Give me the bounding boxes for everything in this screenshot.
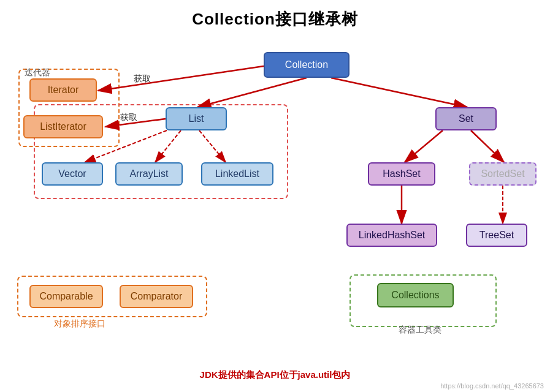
node-collection: Collection [264,52,349,78]
node-collections: Collections [377,283,454,307]
node-sortedset: SortedSet [469,162,537,186]
node-linkedlist: LinkedList [201,162,273,186]
node-listiterator: ListIterator [23,115,103,138]
svg-line-9 [98,66,264,91]
node-arraylist: ArrayList [115,162,183,186]
collections-group-label: 容器工具类 [399,325,441,336]
sort-group-label: 对象排序接口 [54,318,105,330]
node-list: List [166,107,227,130]
node-hashset: HashSet [368,162,435,186]
node-iterator: Iterator [29,78,97,102]
canvas: Collection接口继承树 迭代器 对象排序接口 容器工具类 [0,0,550,392]
svg-line-6 [471,130,504,162]
node-set: Set [435,107,497,130]
arrow-label-get2: 获取 [120,112,137,123]
svg-line-5 [405,130,443,162]
page-title: Collection接口继承树 [0,0,550,30]
svg-line-0 [197,78,307,107]
node-vector: Vector [42,162,103,186]
iterator-group-label: 迭代器 [25,67,50,78]
node-linkedhashset: LinkedHashSet [346,224,437,247]
arrow-label-get1: 获取 [134,74,151,85]
node-comparator: Comparator [120,285,193,308]
node-comparable: Comparable [29,285,103,308]
svg-line-1 [331,78,467,107]
watermark: https://blog.csdn.net/qq_43265673 [440,382,544,390]
footer-text: JDK提供的集合API位于java.util包内 [0,369,550,381]
node-treeset: TreeSet [466,224,527,247]
